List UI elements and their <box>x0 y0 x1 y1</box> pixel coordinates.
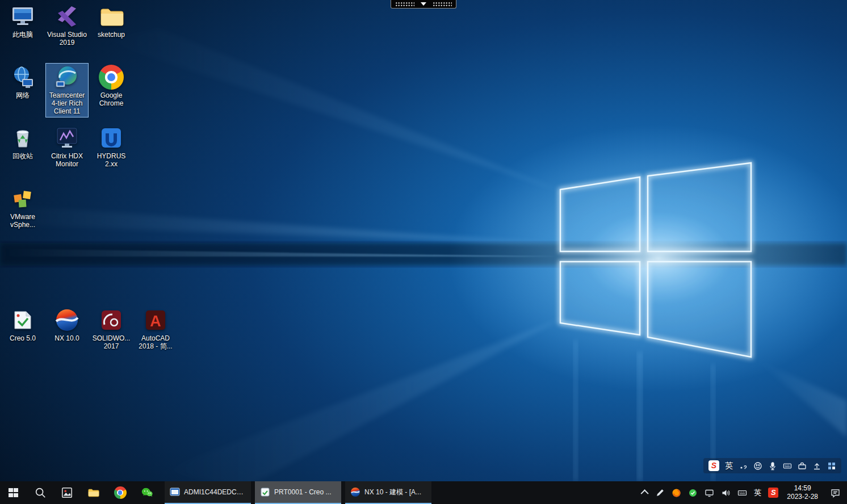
desktop: 此电脑 Visual Studio 2019 sketchup 网络 Teamc <box>0 0 847 504</box>
task-label: NX 10 - 建模 - [A... <box>364 488 421 497</box>
visual-studio-icon <box>54 4 79 29</box>
desktop-icon-label: NX 10.0 <box>54 334 79 342</box>
desktop-icon-label: AutoCAD 2018 - 简... <box>135 334 176 350</box>
autocad-icon: A <box>143 308 168 333</box>
toolbox-icon[interactable] <box>798 461 807 471</box>
task-label: PRT0001 - Creo ... <box>274 488 332 496</box>
folder-icon <box>99 4 124 29</box>
skin-grid-icon[interactable] <box>827 461 836 471</box>
desktop-icon-label: HYDRUS 2.xx <box>91 152 132 168</box>
search-icon <box>34 486 47 499</box>
desktop-icons: 此电脑 Visual Studio 2019 sketchup 网络 Teamc <box>0 0 847 504</box>
desktop-icon-label: Google Chrome <box>91 91 132 107</box>
clock-time: 14:59 <box>794 484 811 493</box>
taskbar-task-creo[interactable]: PRT0001 - Creo ... <box>255 481 341 504</box>
tray-sogou-icon[interactable]: S <box>765 481 782 504</box>
teamcenter-icon <box>54 65 79 90</box>
dotted-grid-icon <box>395 1 414 7</box>
desktop-icon-label: 此电脑 <box>12 31 33 39</box>
desktop-icon-creo[interactable]: Creo 5.0 <box>1 306 44 345</box>
tray-pen-icon[interactable] <box>652 481 668 504</box>
windows-logo-icon <box>9 488 18 498</box>
desktop-icon-nx[interactable]: NX 10.0 <box>45 306 89 345</box>
desktop-icon-visual-studio[interactable]: Visual Studio 2019 <box>45 2 89 49</box>
desktop-icon-autocad[interactable]: A AutoCAD 2018 - 简... <box>134 306 177 352</box>
emoji-icon[interactable] <box>753 461 762 471</box>
dotted-grid-icon <box>433 1 452 7</box>
tray-status-icon[interactable] <box>685 481 701 504</box>
ime-language-mode[interactable]: 英 <box>725 461 733 471</box>
tray-ime-keyboard-icon[interactable] <box>734 481 750 504</box>
file-explorer-icon <box>87 486 100 499</box>
tray-firefox-icon[interactable] <box>668 481 685 504</box>
desktop-icon-vmware[interactable]: VMware vSphe... <box>1 184 44 231</box>
pull-down-arrow-icon <box>421 2 426 6</box>
this-pc-icon <box>10 4 35 29</box>
svg-text:A: A <box>150 313 161 330</box>
system-tray: 英 S 14:59 2023-2-28 <box>639 481 847 504</box>
tray-language-indicator[interactable]: 英 <box>750 481 765 504</box>
taskbar: ADMI1C44DEDCY... PRT0001 - Creo ... NX 1… <box>0 481 847 504</box>
desktop-icon-label: Visual Studio 2019 <box>47 31 87 47</box>
start-button[interactable] <box>0 481 27 504</box>
desktop-icon-label: Creo 5.0 <box>10 334 36 342</box>
vmware-icon <box>10 186 35 211</box>
soft-keyboard-icon[interactable] <box>783 461 792 471</box>
creo-window-icon <box>260 487 270 497</box>
desktop-icon-label: VMware vSphe... <box>2 213 43 229</box>
action-center-icon <box>831 488 840 498</box>
taskbar-task-remote-window[interactable]: ADMI1C44DEDCY... <box>165 481 251 504</box>
network-globe-icon <box>10 65 35 90</box>
sogou-ime-toolbar[interactable]: S 英 <box>703 458 841 473</box>
solidworks-icon <box>99 308 124 333</box>
nx-window-icon <box>350 487 360 497</box>
search-button[interactable] <box>27 481 53 504</box>
citrix-monitor-icon <box>54 125 79 150</box>
desktop-icon-label: Teamcenter 4-tier Rich Client 11 <box>47 91 87 115</box>
task-label: ADMI1C44DEDCY... <box>184 488 246 496</box>
pinned-photos-button[interactable] <box>53 481 80 504</box>
microphone-icon[interactable] <box>768 461 777 471</box>
photos-icon <box>61 486 73 499</box>
desktop-icon-label: SOLIDWO... 2017 <box>91 334 132 350</box>
desktop-icon-chrome[interactable]: Google Chrome <box>90 63 133 110</box>
pinned-chrome-button[interactable] <box>107 481 133 504</box>
punctuation-icon[interactable] <box>739 461 748 471</box>
wechat-icon <box>141 486 153 499</box>
update-arrow-icon[interactable] <box>812 461 821 471</box>
clock-date: 2023-2-28 <box>787 493 818 501</box>
pinned-wechat-button[interactable] <box>133 481 160 504</box>
hidden-icons-chevron[interactable] <box>639 481 652 504</box>
taskbar-clock[interactable]: 14:59 2023-2-28 <box>782 481 823 504</box>
desktop-icon-recycle-bin[interactable]: 回收站 <box>1 124 44 162</box>
desktop-icon-label: 回收站 <box>12 152 33 160</box>
remote-window-icon <box>170 487 180 497</box>
desktop-icon-label: sketchup <box>98 31 125 39</box>
sogou-logo-icon[interactable]: S <box>708 460 719 471</box>
desktop-icon-sketchup[interactable]: sketchup <box>90 2 133 41</box>
taskbar-task-nx[interactable]: NX 10 - 建模 - [A... <box>345 481 431 504</box>
pinned-file-explorer-button[interactable] <box>80 481 107 504</box>
chevron-up-icon <box>641 489 649 497</box>
desktop-icon-solidworks[interactable]: SOLIDWO... 2017 <box>90 306 133 352</box>
desktop-icon-hydrus[interactable]: HYDRUS 2.xx <box>90 124 133 170</box>
chrome-icon <box>114 486 127 499</box>
creo-icon <box>10 308 35 333</box>
tray-display-icon[interactable] <box>701 481 718 504</box>
tray-volume-icon[interactable] <box>718 481 734 504</box>
desktop-icon-this-pc[interactable]: 此电脑 <box>1 2 44 41</box>
desktop-icon-label: 网络 <box>16 91 30 99</box>
hydrus-icon <box>99 125 124 150</box>
desktop-icon-citrix-hdx[interactable]: Citrix HDX Monitor <box>45 124 89 170</box>
desktop-icon-label: Citrix HDX Monitor <box>47 152 87 168</box>
desktop-icon-teamcenter[interactable]: Teamcenter 4-tier Rich Client 11 <box>45 63 89 117</box>
desktop-icon-network[interactable]: 网络 <box>1 63 44 102</box>
chrome-icon <box>99 65 124 90</box>
remote-session-toolbar[interactable] <box>391 0 456 9</box>
nx-icon <box>54 308 79 333</box>
action-center-button[interactable] <box>823 481 847 504</box>
recycle-bin-icon <box>10 125 35 150</box>
